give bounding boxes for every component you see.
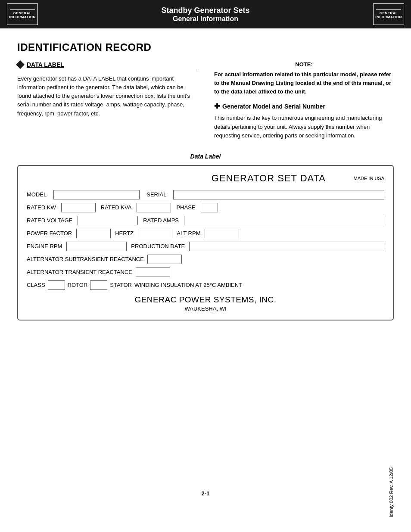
class-row: CLASS ROTOR STATOR WINDING INSULATION AT… (27, 280, 384, 290)
alt-transient-row: ALTERNATOR TRANSIENT REACTANCE (27, 268, 384, 277)
hertz-input[interactable] (138, 229, 172, 238)
data-label-caption: Data Label (17, 153, 394, 160)
alt-subtransient-row: ALTERNATOR SUBTRANSIENT REACTANCE (27, 255, 384, 264)
page-footer: 2-1 Identy 002 Rev. A 12/05 (0, 463, 411, 523)
sub-heading-container: ✚ Generator Model and Serial Number (214, 102, 394, 110)
generator-model-text: This number is the key to numerous engin… (214, 114, 394, 140)
diamond-icon (16, 60, 25, 69)
phase-label: PHASE (176, 204, 195, 211)
left-column: DATA LABEL Every generator set has a DAT… (17, 61, 197, 140)
pf-hertz-row: POWER FACTOR HERTZ ALT RPM (27, 229, 384, 238)
generator-model-heading: Generator Model and Serial Number (222, 103, 325, 110)
gen-data-title: GENERATOR SET DATA (188, 173, 349, 184)
rated-amps-input[interactable] (184, 216, 384, 225)
right-column: NOTE: For actual information related to … (214, 61, 394, 140)
rated-voltage-label: RATED VOLTAGE (27, 217, 72, 224)
cross-icon: ✚ (214, 102, 220, 110)
production-date-label: PRODUCTION DATE (131, 243, 185, 249)
rotor-label: ROTOR (68, 282, 88, 288)
header-logo-left: GENERAL INFORMATION (7, 3, 38, 25)
serial-label: SERIAL (146, 191, 166, 198)
company-name: GENERAC POWER SYSTEMS, INC. (27, 295, 384, 305)
gen-data-header: GENERATOR SET DATA MADE IN USA (27, 173, 384, 184)
doc-reference: Identy 002 Rev. A 12/05 (389, 467, 394, 517)
alt-rpm-label: ALT RPM (177, 230, 200, 236)
alt-rpm-input[interactable] (205, 229, 239, 238)
serial-input[interactable] (173, 190, 384, 199)
rated-kva-label: RATED KVA (101, 204, 132, 211)
alt-transient-label: ALTERNATOR TRANSIENT REACTANCE (27, 269, 132, 275)
hertz-label: HERTZ (115, 230, 134, 236)
data-label-text: Every generator set has a DATA LABEL tha… (17, 75, 197, 118)
rated-amps-label: RATED AMPS (143, 217, 179, 224)
header-logo-right: GENERAL INFORMATION (373, 3, 404, 25)
model-label: MODEL (27, 191, 47, 198)
power-factor-input[interactable] (76, 229, 111, 238)
engine-rpm-label: ENGINE RPM (27, 243, 62, 249)
production-date-input[interactable] (189, 242, 384, 251)
data-label-heading: DATA LABEL (27, 61, 64, 68)
alt-transient-input[interactable] (136, 268, 170, 277)
page-number: 2-1 (202, 490, 210, 497)
voltage-row: RATED VOLTAGE RATED AMPS (27, 216, 384, 225)
header-title: Standby Generator Sets General Informati… (161, 6, 249, 23)
rated-kw-label: RATED KW (27, 204, 56, 211)
model-serial-row: MODEL SERIAL (27, 190, 384, 199)
data-label-heading-container: DATA LABEL (17, 61, 197, 70)
alt-subtransient-input[interactable] (147, 255, 182, 264)
main-content: IDENTIFICATION RECORD DATA LABEL Every g… (0, 28, 411, 342)
company-footer: GENERAC POWER SYSTEMS, INC. WAUKESHA, WI (27, 295, 384, 312)
phase-input[interactable] (201, 203, 218, 212)
rated-row: RATED KW RATED KVA PHASE (27, 203, 384, 212)
winding-label: WINDING INSULATION AT 25°C AMBIENT (134, 282, 242, 288)
two-column-section: DATA LABEL Every generator set has a DAT… (17, 61, 394, 140)
note-label: NOTE: (214, 61, 394, 68)
made-in-usa: MADE IN USA (354, 176, 385, 181)
company-location: WAUKESHA, WI (27, 305, 384, 312)
engine-rpm-row: ENGINE RPM PRODUCTION DATE (27, 242, 384, 251)
page-title: IDENTIFICATION RECORD (17, 41, 394, 53)
stator-label: STATOR (110, 282, 132, 288)
note-text: For actual information related to this p… (214, 70, 394, 96)
class-label: CLASS (27, 282, 45, 288)
generator-set-data-box: GENERATOR SET DATA MADE IN USA MODEL SER… (17, 165, 394, 320)
page-header: GENERAL INFORMATION Standby Generator Se… (0, 0, 411, 28)
rated-voltage-input[interactable] (78, 216, 138, 225)
rated-kw-input[interactable] (61, 203, 96, 212)
class-input[interactable] (48, 280, 65, 290)
rated-kva-input[interactable] (137, 203, 171, 212)
rotor-input[interactable] (90, 280, 107, 290)
engine-rpm-input[interactable] (66, 242, 127, 251)
model-input[interactable] (53, 190, 140, 199)
power-factor-label: POWER FACTOR (27, 230, 72, 236)
alt-subtransient-label: ALTERNATOR SUBTRANSIENT REACTANCE (27, 256, 144, 262)
